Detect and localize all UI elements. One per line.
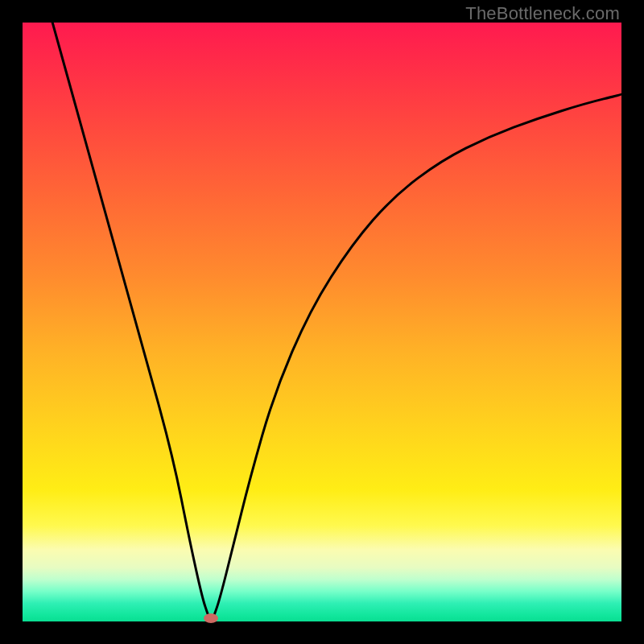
watermark-text: TheBottleneck.com [465, 3, 620, 24]
optimal-point-marker [204, 613, 218, 623]
curve-svg [23, 23, 621, 621]
bottleneck-curve [52, 23, 621, 620]
chart-frame: TheBottleneck.com [0, 0, 644, 644]
plot-area [23, 23, 621, 621]
